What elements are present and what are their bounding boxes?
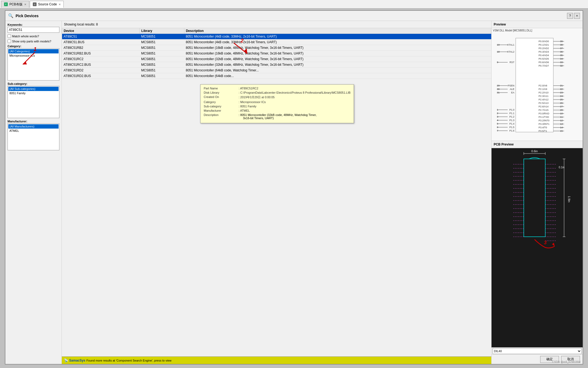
status-message: Found more results at 'Component Search … xyxy=(86,359,171,362)
svg-text:P3.1/TXD: P3.1/TXD xyxy=(539,116,549,118)
tab-bar: P PCB布版 ✕ S Source Code ✕ xyxy=(0,0,588,9)
svg-text:P1.2: P1.2 xyxy=(509,115,514,118)
svg-text:0.1in: 0.1in xyxy=(559,166,565,169)
svg-text:P3.2/INT0: P3.2/INT0 xyxy=(539,119,550,122)
tooltip-createdon-row: Created On : 2019年3月29日 at 0:00:05 xyxy=(204,95,350,99)
table-row[interactable]: AT89C51.BUSMCS80518051 Microcontoller (4… xyxy=(62,39,491,45)
table-row[interactable]: AT89C51RD2MCS80518051 Microcontoller (64… xyxy=(62,68,491,73)
manufacturer-item-all[interactable]: (All Manufacturers) xyxy=(8,124,59,129)
table-row[interactable]: AT89C51RC2MCS80518051 Microcontoller (32… xyxy=(62,56,491,62)
tooltip-category-val: : Microprocessor ICs xyxy=(239,100,266,104)
svg-text:P2.1/A9: P2.1/A9 xyxy=(539,88,547,90)
manufacturer-list[interactable]: (All Manufacturers) ATMEL xyxy=(8,123,59,150)
tooltip-partname-val: : AT89C51RC2 xyxy=(239,87,258,90)
subcategory-label: Sub-category: xyxy=(8,82,59,85)
svg-text:P1.0: P1.0 xyxy=(509,108,514,111)
tooltip-createdon-val: : 2019年3月29日 at 0:00:05 xyxy=(239,95,275,99)
tab-pcb-label: PCB布版 xyxy=(9,2,23,7)
svg-text:P0.5/AD5: P0.5/AD5 xyxy=(539,57,549,60)
tooltip-createdon-key: Created On xyxy=(204,95,239,99)
dialog-close-button[interactable]: × xyxy=(574,13,580,19)
svg-text:P2.6/A14: P2.6/A14 xyxy=(539,105,548,108)
pcb-type-select[interactable]: DIL40 xyxy=(493,348,582,354)
svg-text:P0.6/AD6: P0.6/AD6 xyxy=(539,61,549,64)
category-label: Category: xyxy=(8,45,59,48)
svg-text:P2.7/A15: P2.7/A15 xyxy=(539,109,548,111)
manufacturer-item-atmel[interactable]: ATMEL xyxy=(8,129,59,133)
svg-text:3: 3 xyxy=(544,240,547,245)
match-whole-label: Match whole words? xyxy=(12,35,39,38)
tab-source[interactable]: S Source Code ✕ xyxy=(30,1,64,8)
tooltip-disklibrary-row: Disk Library : C:\ProgramData\Labcenter … xyxy=(204,91,350,94)
svg-text:RST: RST xyxy=(510,61,515,64)
category-list[interactable]: (All Categories) Microprocessor ICs xyxy=(8,48,59,81)
tab-pcb[interactable]: P PCB布版 ✕ xyxy=(1,1,29,8)
dialog-title: Pick Devices xyxy=(16,14,567,18)
category-item-all[interactable]: (All Categories) xyxy=(8,49,59,53)
table-row[interactable]: AT89C51RC2.BUSMCS80518051 Microcontoller… xyxy=(62,62,491,68)
subcategory-item-all[interactable]: (All Sub-categories) xyxy=(8,87,59,91)
tooltip-disklibrary-val: : C:\ProgramData\Labcenter Electronics\P… xyxy=(239,91,350,94)
tooltip-category-row: Category : Microprocessor ICs xyxy=(204,100,350,104)
dialog-titlebar: 🔍 Pick Devices ? × xyxy=(5,11,583,21)
show-models-row: Show only parts with models? xyxy=(8,39,59,43)
tooltip-description-key: Description xyxy=(204,113,239,120)
pick-devices-dialog: 🔍 Pick Devices ? × Keywords: Match whole… xyxy=(5,10,583,365)
svg-text:P0.0/AD0: P0.0/AD0 xyxy=(539,40,549,43)
tab-pcb-close[interactable]: ✕ xyxy=(24,3,26,6)
tooltip-manufacturer-key: Manufacturer xyxy=(204,109,239,112)
dialog-controls: ? × xyxy=(567,13,580,19)
match-whole-checkbox[interactable] xyxy=(8,34,11,38)
table-row[interactable]: AT89C51RB2MCS80518051 Microcontoller (16… xyxy=(62,45,491,51)
table-row[interactable]: AT89C51MCS80518051 Microcontoller (4kB c… xyxy=(62,34,491,39)
left-panel: Keywords: Match whole words? Show only p… xyxy=(5,21,62,364)
svg-text:P1.3: P1.3 xyxy=(509,119,514,122)
tooltip-manufacturer-row: Manufacturer : ATMEL xyxy=(204,109,350,112)
device-tooltip: Part Name : AT89C51RC2 Disk Library : C:… xyxy=(200,84,354,123)
tooltip-manufacturer-val: : ATMEL xyxy=(239,109,250,112)
dialog-body: Keywords: Match whole words? Show only p… xyxy=(5,21,583,364)
subcategory-item-8051[interactable]: 8051 Family xyxy=(8,91,59,95)
svg-text:P2.4/A12: P2.4/A12 xyxy=(539,98,548,101)
vsm-label: VSM DLL Model [MCS8051.DLL] xyxy=(492,28,583,33)
svg-text:P0.1/AD1: P0.1/AD1 xyxy=(539,43,549,46)
device-table: Device Library Description AT89C51MCS805… xyxy=(62,28,491,79)
tooltip-subcategory-row: Sub-category : 8051 Family xyxy=(204,105,350,108)
svg-text:P1.5: P1.5 xyxy=(509,126,514,129)
schematic-svg: P0.0/AD0 39 P0.1/AD1 38 P0.2/AD2 37 P0.3… xyxy=(492,33,578,137)
pcb-svg: 0.6in 1.9in 0.1in 3 xyxy=(492,148,578,250)
category-item-microprocessor[interactable]: Microprocessor ICs xyxy=(8,53,59,58)
device-table-container[interactable]: Device Library Description AT89C51MCS805… xyxy=(62,28,491,356)
svg-text:P0.4/AD4: P0.4/AD4 xyxy=(539,54,549,57)
tooltip-partname-key: Part Name xyxy=(204,87,239,90)
keywords-input[interactable] xyxy=(8,27,59,33)
preview-label: Preview xyxy=(492,21,583,28)
tab-source-label: Source Code xyxy=(38,2,57,6)
svg-text:0.6in: 0.6in xyxy=(531,150,538,153)
center-panel: Showing local results: 8 Device Library … xyxy=(62,21,491,364)
svg-text:P3.0/RXD: P3.0/RXD xyxy=(539,112,550,115)
svg-text:P3.5/T1: P3.5/T1 xyxy=(539,130,547,132)
svg-text:P2.2/A10: P2.2/A10 xyxy=(539,91,548,94)
pcb-tab-icon: P xyxy=(4,2,8,6)
table-row[interactable]: AT89C51RB2.BUSMCS80518051 Microcontoller… xyxy=(62,51,491,56)
tooltip-partname-row: Part Name : AT89C51RC2 xyxy=(204,87,350,90)
svg-text:P2.3/A11: P2.3/A11 xyxy=(539,95,548,97)
manufacturer-label: Manufacturer: xyxy=(8,120,59,123)
svg-text:EA: EA xyxy=(511,91,514,94)
source-tab-icon: S xyxy=(33,2,37,6)
tooltip-subcategory-val: : 8051 Family xyxy=(239,105,256,108)
svg-text:P1.4: P1.4 xyxy=(509,122,514,125)
tooltip-subcategory-key: Sub-category xyxy=(204,105,239,108)
table-row[interactable]: AT89C51RD2.BUSMCS80518051 Microcontoller… xyxy=(62,73,491,79)
svg-text:P1.1: P1.1 xyxy=(509,112,514,115)
pcb-preview-label: PCB Preview xyxy=(492,141,583,148)
show-models-checkbox[interactable] xyxy=(8,39,11,43)
tab-source-close[interactable]: ✕ xyxy=(59,3,61,6)
svg-text:P3.4/T0: P3.4/T0 xyxy=(539,126,547,129)
svg-text:ALE: ALE xyxy=(510,88,514,90)
subcategory-list[interactable]: (All Sub-categories) 8051 Family xyxy=(8,86,59,118)
status-bar[interactable]: 📡 SamacSys Found more results at 'Compon… xyxy=(62,356,491,364)
svg-marker-155 xyxy=(552,243,555,246)
dialog-help-button[interactable]: ? xyxy=(567,13,573,19)
